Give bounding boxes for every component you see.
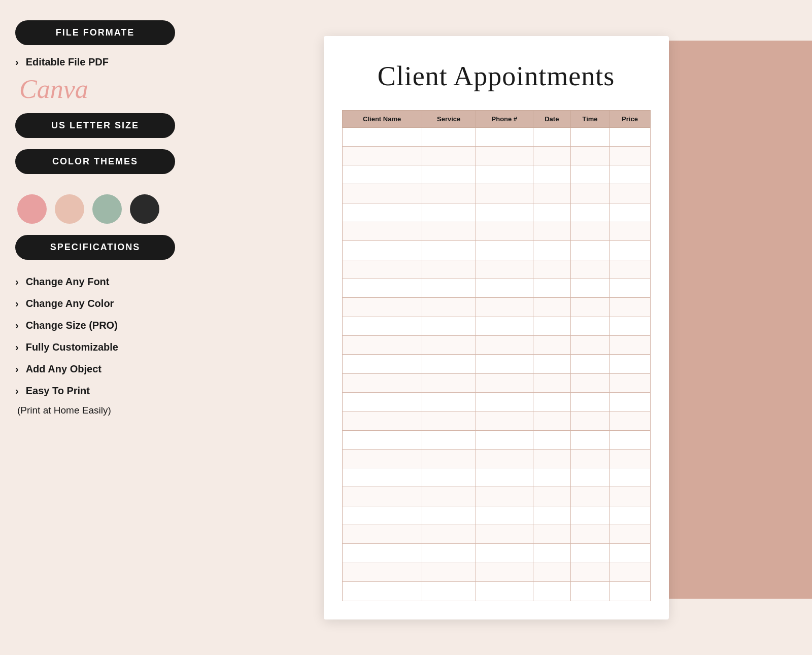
table-cell xyxy=(476,146,533,165)
table-cell xyxy=(610,487,650,506)
spec-change-font: › Change Any Font xyxy=(15,276,175,288)
table-cell xyxy=(570,335,610,354)
table-cell xyxy=(570,449,610,468)
table-cell xyxy=(570,430,610,449)
table-cell xyxy=(610,184,650,203)
table-cell xyxy=(570,146,610,165)
table-cell xyxy=(422,184,476,203)
table-cell xyxy=(533,544,571,563)
table-cell xyxy=(570,127,610,146)
table-cell xyxy=(422,146,476,165)
table-cell xyxy=(476,525,533,544)
table-cell xyxy=(342,260,422,279)
table-cell xyxy=(422,582,476,601)
swatch-dark xyxy=(130,194,159,224)
table-cell xyxy=(610,392,650,411)
left-panel: FILE FORMATE › Editable File PDF Canva U… xyxy=(0,0,190,655)
table-row xyxy=(342,241,650,260)
table-cell xyxy=(610,355,650,373)
table-row xyxy=(342,184,650,203)
table-cell xyxy=(476,279,533,298)
spec-customizable: › Fully Customizable xyxy=(15,341,175,353)
file-format-badge: FILE FORMATE xyxy=(15,20,175,45)
table-cell xyxy=(342,355,422,373)
table-cell xyxy=(610,127,650,146)
editable-file-label: Editable File PDF xyxy=(26,56,109,68)
table-row xyxy=(342,355,650,373)
table-cell xyxy=(533,298,571,317)
table-cell xyxy=(533,506,571,525)
table-cell xyxy=(476,335,533,354)
table-cell xyxy=(533,184,571,203)
table-cell xyxy=(342,468,422,487)
table-cell xyxy=(610,373,650,392)
table-cell xyxy=(610,260,650,279)
table-cell xyxy=(610,241,650,260)
table-cell xyxy=(422,127,476,146)
table-row xyxy=(342,222,650,241)
table-cell xyxy=(476,184,533,203)
table-cell xyxy=(610,468,650,487)
table-cell xyxy=(476,355,533,373)
table-cell xyxy=(476,392,533,411)
table-cell xyxy=(533,317,571,335)
table-cell xyxy=(570,544,610,563)
table-cell xyxy=(610,279,650,298)
spec-change-size: › Change Size (PRO) xyxy=(15,320,175,331)
table-cell xyxy=(533,165,571,184)
table-row xyxy=(342,298,650,317)
specifications-badge: SPECIFICATIONS xyxy=(15,235,175,260)
table-cell xyxy=(342,317,422,335)
table-cell xyxy=(342,430,422,449)
table-cell xyxy=(422,260,476,279)
spec-change-color: › Change Any Color xyxy=(15,298,175,309)
table-cell xyxy=(342,165,422,184)
us-letter-badge: US LETTER SIZE xyxy=(15,113,175,138)
table-row xyxy=(342,317,650,335)
spec-label-4: Add Any Object xyxy=(26,363,101,375)
table-cell xyxy=(342,241,422,260)
table-cell xyxy=(570,165,610,184)
table-cell xyxy=(570,392,610,411)
table-cell xyxy=(476,165,533,184)
table-cell xyxy=(476,411,533,430)
swatch-sage xyxy=(92,194,122,224)
table-cell xyxy=(533,468,571,487)
table-cell xyxy=(570,203,610,222)
arrow-icon: › xyxy=(15,363,19,375)
table-cell xyxy=(570,241,610,260)
table-cell xyxy=(476,544,533,563)
print-note: (Print at Home Easily) xyxy=(15,405,175,416)
table-cell xyxy=(570,317,610,335)
table-cell xyxy=(610,525,650,544)
table-cell xyxy=(570,411,610,430)
table-cell xyxy=(610,203,650,222)
table-cell xyxy=(610,146,650,165)
table-row xyxy=(342,506,650,525)
table-cell xyxy=(342,392,422,411)
col-date: Date xyxy=(533,110,571,127)
table-cell xyxy=(342,487,422,506)
table-cell xyxy=(570,525,610,544)
table-cell xyxy=(570,279,610,298)
table-cell xyxy=(533,525,571,544)
table-cell xyxy=(476,563,533,581)
col-price: Price xyxy=(610,110,650,127)
table-cell xyxy=(422,317,476,335)
right-panel: Client Appointments Client Name Service … xyxy=(190,0,812,655)
table-cell xyxy=(422,487,476,506)
table-row xyxy=(342,127,650,146)
table-cell xyxy=(422,411,476,430)
table-cell xyxy=(533,563,571,581)
table-cell xyxy=(476,127,533,146)
table-cell xyxy=(342,411,422,430)
table-row xyxy=(342,430,650,449)
table-cell xyxy=(610,449,650,468)
table-row xyxy=(342,373,650,392)
table-cell xyxy=(342,184,422,203)
table-cell xyxy=(533,222,571,241)
spec-label-1: Change Any Color xyxy=(26,298,114,309)
table-cell xyxy=(342,203,422,222)
table-cell xyxy=(476,468,533,487)
table-cell xyxy=(476,449,533,468)
